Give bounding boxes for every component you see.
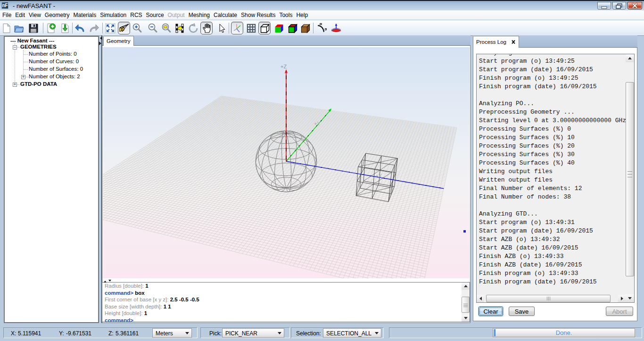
zoom-out-button[interactable]	[147, 22, 159, 34]
menu-item-meshing[interactable]: Meshing	[187, 11, 212, 19]
wireframe-cube-button[interactable]	[258, 22, 271, 34]
tree-expander-collapse[interactable]: −	[13, 45, 17, 50]
app-icon: nF	[1, 2, 8, 9]
minimize-button[interactable]	[597, 2, 611, 9]
pick-combobox[interactable]: PICK_NEAR	[222, 328, 284, 338]
perspective-view-button[interactable]	[118, 22, 130, 34]
abort-button[interactable]: Abort	[606, 307, 633, 316]
menu-item-edit[interactable]: Edit	[13, 11, 27, 19]
console-line: Radius [double]: 1	[105, 283, 149, 289]
progress-bar: Done.	[493, 328, 635, 337]
3d-viewport[interactable]: +Z+Y+X	[103, 47, 470, 278]
add-geometry-button[interactable]	[45, 22, 57, 34]
tree-connector	[25, 77, 29, 77]
pan-button[interactable]	[200, 22, 213, 34]
undo-button[interactable]	[74, 22, 86, 34]
console-scrollbar-thumb[interactable]	[462, 297, 470, 313]
menu-item-simulation[interactable]: Simulation	[98, 11, 128, 19]
fit-view-button[interactable]	[104, 22, 116, 34]
select-cursor-button[interactable]	[215, 22, 227, 34]
selection-label: Selection:	[296, 330, 321, 337]
menu-item-show-results[interactable]: Show Results	[239, 11, 277, 19]
restore-button[interactable]	[612, 2, 626, 9]
open-project-button[interactable]	[13, 22, 25, 34]
coord-y-label: Y:	[59, 330, 64, 337]
process-log-output[interactable]: Analyzing Currents... Start program (o) …	[476, 54, 635, 303]
menu-item-materials[interactable]: Materials	[72, 11, 99, 19]
tree-expander-expand[interactable]: +	[21, 75, 25, 79]
tree-expander-expand[interactable]: +	[13, 83, 17, 87]
console-splitter-up-icon[interactable]	[104, 279, 107, 283]
tree-item[interactable]: Number of Curves: 0	[29, 58, 79, 64]
menu-item-geometry[interactable]: Geometry	[43, 11, 72, 19]
shaded-edges-cube-button[interactable]	[286, 22, 298, 34]
splitter-expand-right-icon[interactable]	[99, 42, 103, 45]
menu-item-calculate[interactable]: Calculate	[212, 11, 239, 19]
close-button[interactable]	[627, 2, 642, 9]
tree-connector	[23, 69, 28, 70]
fit-selection-button[interactable]	[173, 22, 186, 34]
menu-item-tools[interactable]: Tools	[277, 11, 294, 19]
menu-item-view[interactable]: View	[27, 11, 43, 19]
perspective-view-icon	[118, 23, 130, 34]
tree-item[interactable]: Number of Points: 0	[29, 51, 77, 57]
save-button[interactable]	[27, 22, 40, 34]
textured-cube-button[interactable]	[299, 22, 311, 34]
pick-panel: Pick: PICK_NEAR	[200, 327, 290, 338]
console-line: Base size [width depth]: 1 1	[105, 304, 171, 309]
curve-button[interactable]	[315, 22, 328, 34]
clear-button[interactable]: Clear	[479, 307, 503, 316]
tab-close-icon[interactable]	[511, 40, 516, 44]
console-scroll-down-button[interactable]	[462, 315, 470, 322]
menu-item-source[interactable]: Source	[144, 11, 166, 19]
wireframe-cube-icon	[259, 23, 270, 34]
selection-combobox[interactable]: SELECTION_ALL	[323, 328, 381, 338]
zoom-out-icon	[147, 23, 158, 34]
tree-item[interactable]: GEOMETRIES	[20, 44, 57, 50]
console-prompt-label: Base size [width depth]:	[105, 304, 164, 309]
splitter-collapse-left-icon[interactable]	[98, 36, 102, 40]
console-value: box	[135, 290, 144, 296]
menu-item-help[interactable]: Help	[294, 11, 310, 19]
menu-item-output[interactable]: Output	[166, 11, 187, 19]
shaded-cube-button[interactable]	[272, 22, 285, 34]
units-combobox[interactable]: Meters	[152, 328, 192, 338]
coord-y-value: -9.671531	[66, 330, 91, 337]
rotate-view-button[interactable]	[187, 22, 199, 34]
log-hscrollbar-thumb[interactable]	[486, 295, 611, 302]
geometry-tab-strip	[102, 35, 471, 46]
log-scroll-right-button[interactable]	[618, 295, 626, 302]
zoom-in-button[interactable]	[131, 22, 143, 34]
log-scroll-left-button[interactable]	[477, 295, 484, 302]
toolbar-separator	[43, 23, 43, 33]
coord-z-label: Z:	[108, 330, 114, 337]
axes-button[interactable]	[231, 22, 243, 34]
abort-button-label: Abort	[612, 308, 627, 315]
units-dropdown-icon	[183, 329, 191, 337]
console-splitter-down-icon[interactable]	[108, 280, 111, 283]
menu-item-file[interactable]: File	[0, 11, 13, 19]
tree-item[interactable]: Number of Surfaces: 0	[29, 66, 83, 72]
zoom-window-button[interactable]	[160, 22, 173, 34]
tab-process-log[interactable]: Process Log	[473, 36, 519, 48]
toolbar-separator	[72, 23, 73, 33]
console-line: First corner of base [x y z]: 2.5 -0.5 -…	[105, 297, 199, 302]
new-document-button[interactable]	[0, 22, 13, 34]
log-vscrollbar-thumb[interactable]	[626, 82, 634, 276]
import-geometry-button[interactable]	[59, 22, 71, 34]
surface-normal-button[interactable]	[330, 22, 342, 34]
save-button[interactable]: Save	[509, 307, 535, 316]
textured-cube-icon	[299, 23, 311, 34]
grid-button[interactable]	[245, 22, 257, 34]
command-console[interactable]: Radius [double]: 1command> boxFirst corn…	[102, 282, 470, 322]
log-scroll-down-button[interactable]	[626, 294, 634, 302]
tree-item[interactable]: Number of Objects: 2	[29, 74, 80, 79]
shaded-edges-cube-icon	[287, 23, 298, 34]
tab-geometry[interactable]: Geometry	[103, 36, 134, 46]
menu-item-rcs[interactable]: RCS	[128, 11, 144, 19]
redo-button[interactable]	[88, 22, 100, 34]
log-scroll-up-button[interactable]	[626, 54, 634, 62]
tree-connector	[23, 62, 28, 62]
console-scroll-up-button[interactable]	[462, 283, 470, 290]
tree-item[interactable]: GTD-PO DATA	[20, 81, 57, 87]
